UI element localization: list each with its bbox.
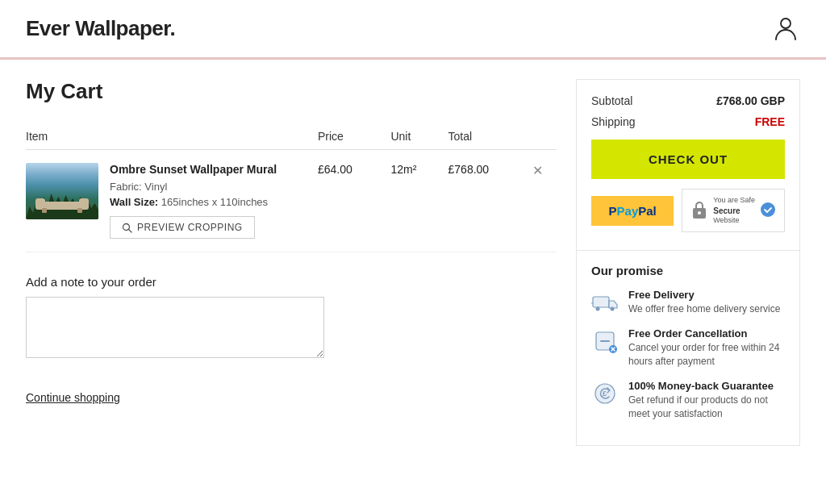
- item-name: Ombre Sunset Wallpaper Mural: [110, 163, 311, 176]
- svg-point-0: [781, 19, 791, 28]
- payment-row: PPayPal You are Safe Secure Web: [591, 189, 785, 232]
- shipping-row: Shipping FREE: [591, 115, 785, 128]
- col-price: Price: [318, 123, 391, 150]
- item-image: [26, 163, 98, 219]
- promise-cancel-title: Free Order Cancellation: [628, 327, 785, 339]
- truck-icon: [591, 289, 619, 316]
- secure-badge: You are Safe Secure Website: [682, 189, 785, 232]
- svg-rect-11: [593, 297, 609, 307]
- cancel-icon: [591, 327, 619, 355]
- table-row: Ombre Sunset Wallpaper Mural Fabric: Vin…: [26, 150, 557, 252]
- promise-item-delivery: Free Delivery We offer free home deliver…: [591, 289, 785, 316]
- note-section: Add a note to your order: [26, 275, 557, 360]
- cart-section: My Cart Item Price Unit Total: [26, 79, 557, 404]
- svg-rect-3: [79, 198, 89, 210]
- svg-point-12: [596, 307, 600, 311]
- svg-text:£: £: [603, 389, 607, 398]
- svg-point-9: [698, 211, 701, 215]
- order-summary: Subtotal £768.00 GBP Shipping FREE CHECK…: [576, 79, 800, 251]
- promise-moneyback-title: 100% Money-back Guarantee: [628, 380, 785, 392]
- promise-cancel-desc: Cancel your order for free within 24 hou…: [628, 341, 785, 369]
- promise-item-cancellation: Free Order Cancellation Cancel your orde…: [591, 327, 785, 369]
- paypal-logo: PPayPal: [609, 204, 657, 218]
- checkout-button[interactable]: CHECK OUT: [591, 140, 785, 179]
- shipping-label: Shipping: [591, 115, 636, 128]
- main-content: My Cart Item Price Unit Total: [0, 60, 826, 465]
- promise-title: Our promise: [591, 264, 785, 277]
- subtotal-row: Subtotal £768.00 GBP: [591, 94, 785, 107]
- search-icon: [122, 223, 132, 233]
- item-price: £64.00: [318, 150, 391, 252]
- svg-rect-5: [77, 208, 82, 213]
- remove-item-button[interactable]: ✕: [532, 163, 543, 178]
- promise-item-moneyback: £ 100% Money-back Guarantee Get refund i…: [591, 380, 785, 421]
- promise-delivery-title: Free Delivery: [628, 289, 780, 301]
- preview-cropping-button[interactable]: PREVIEW CROPPING: [110, 216, 255, 239]
- col-item: Item: [26, 123, 318, 150]
- our-promise: Our promise Free Delivery We offer free …: [576, 251, 800, 445]
- secure-line2: Secure: [713, 206, 755, 216]
- note-label: Add a note to your order: [26, 275, 557, 289]
- lock-icon: [690, 199, 708, 222]
- svg-rect-4: [42, 208, 47, 213]
- svg-point-10: [761, 202, 775, 217]
- continue-shopping-button[interactable]: Continue shopping: [26, 391, 120, 404]
- item-unit: 12m²: [390, 150, 448, 252]
- check-circle-icon: [760, 202, 776, 219]
- item-wall-size: Wall Size: 165inches x 110inches: [110, 196, 311, 208]
- promise-delivery-desc: We offer free home delivery service: [628, 302, 780, 316]
- logo[interactable]: Ever Wallpaper.: [26, 17, 175, 40]
- col-remove: [532, 123, 557, 150]
- secure-line3: Website: [713, 216, 755, 226]
- svg-rect-2: [35, 198, 45, 210]
- col-total: Total: [448, 123, 532, 150]
- note-textarea[interactable]: [26, 297, 324, 358]
- item-total: £768.00: [448, 150, 532, 252]
- sidebar: Subtotal £768.00 GBP Shipping FREE CHECK…: [576, 79, 800, 446]
- cart-table: Item Price Unit Total: [26, 123, 557, 252]
- item-details: Ombre Sunset Wallpaper Mural Fabric: Vin…: [110, 163, 311, 239]
- header: Ever Wallpaper.: [0, 0, 826, 60]
- item-cell: Ombre Sunset Wallpaper Mural Fabric: Vin…: [26, 163, 311, 239]
- svg-line-7: [129, 229, 132, 232]
- page-title: My Cart: [26, 79, 557, 104]
- money-back-icon: £: [591, 380, 619, 407]
- svg-point-13: [611, 307, 615, 311]
- subtotal-label: Subtotal: [591, 94, 632, 107]
- promise-moneyback-desc: Get refund if our products do not meet y…: [628, 394, 785, 421]
- subtotal-value: £768.00 GBP: [716, 94, 785, 107]
- col-unit: Unit: [390, 123, 448, 150]
- item-fabric: Fabric: Vinyl: [110, 181, 311, 193]
- secure-line1: You are Safe: [713, 196, 755, 206]
- user-account-icon[interactable]: [771, 13, 800, 44]
- paypal-button[interactable]: PPayPal: [591, 196, 674, 226]
- shipping-value: FREE: [755, 115, 785, 128]
